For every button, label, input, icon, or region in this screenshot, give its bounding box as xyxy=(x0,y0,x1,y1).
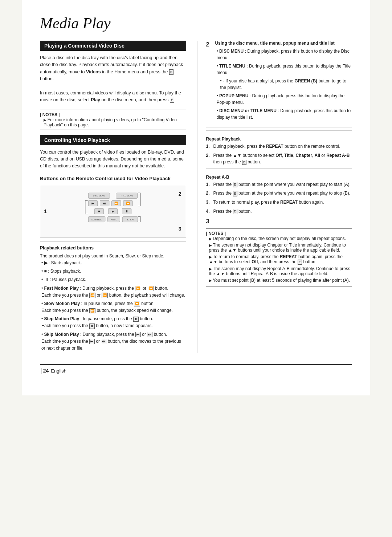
section-number-3: 3 xyxy=(206,218,209,224)
step-text: During playback, press the REPEAT button… xyxy=(213,143,340,150)
prev-icon2: ⏮ xyxy=(89,339,95,344)
step-num2: 2. xyxy=(206,152,211,166)
page: Media Play Playing a Commercial Video Di… xyxy=(22,0,370,395)
repeat-playback-list: 1. During playback, press the REPEAT but… xyxy=(206,143,352,166)
notes-list: For more information about playing video… xyxy=(40,117,186,127)
section1-body: Place a disc into the disc tray with the… xyxy=(40,54,186,104)
right-notes-list: Depending on the disc, the screen may no… xyxy=(206,236,352,283)
repeat-playback-title: Repeat Playback xyxy=(206,137,352,142)
repeat-ab-title: Repeat A-B xyxy=(206,175,352,180)
next-icon2: ⏭ xyxy=(101,339,106,344)
buttons-subsection-title: Buttons on the Remote Control used for V… xyxy=(40,176,186,181)
button-icon: E xyxy=(169,69,173,75)
disc-menu-item1: DISC MENU : During playback, press this … xyxy=(216,48,352,61)
ab-num3: 3. xyxy=(206,199,211,206)
svg-text:SUBTITLE: SUBTITLE xyxy=(91,218,102,220)
repeat-ab-list: 1. Press the E button at the point where… xyxy=(206,181,352,215)
playback-item-fast: Fast Motion Play : During playback, pres… xyxy=(41,285,186,299)
ab-num4: 4. xyxy=(206,208,211,215)
playback-section: Playback related buttons The product doe… xyxy=(40,241,186,352)
pause-icon-sm: ⏸ xyxy=(133,317,139,322)
notes-title: | NOTES | xyxy=(40,112,186,117)
ab-num1: 1. xyxy=(206,181,211,188)
playback-item-pause: ⏸ : Pauses playback. xyxy=(41,276,186,283)
ab-text4: Press the E button. xyxy=(213,208,252,215)
section2-para: You can control the playback of video fi… xyxy=(40,149,186,170)
section2-header: Controlling Video Playback xyxy=(40,135,186,145)
svg-text:HOME: HOME xyxy=(111,218,117,220)
note2: The screen may not display Chapter or Ti… xyxy=(209,243,352,253)
right-notes-title: | NOTES | xyxy=(206,231,352,236)
repeat-step1: 1. During playback, press the REPEAT but… xyxy=(206,143,352,150)
ab-num2: 2. xyxy=(206,190,211,197)
disc-menu-item2: TITLE MENU : During playback, press this… xyxy=(216,63,352,76)
right-column: 2 Using the disc menu, title menu, popup… xyxy=(197,41,352,353)
disc-menu-item4: POPUP MENU : During playback, press this… xyxy=(216,93,352,106)
disc-menu-item5: DISC MENU or TITLE MENU : During playbac… xyxy=(216,107,352,121)
playback-item-step: Step Motion Play : In pause mode, press … xyxy=(41,316,186,329)
section1-para1: Place a disc into the disc tray with the… xyxy=(40,54,186,83)
left-column: Playing a Commercial Video Disc Place a … xyxy=(40,41,186,353)
note1: Depending on the disc, the screen may no… xyxy=(209,236,352,241)
footer-number: 24 xyxy=(43,368,49,374)
section3-marker: 3 xyxy=(206,218,352,225)
svg-text:▶: ▶ xyxy=(112,209,114,213)
diagram-label-3: 3 xyxy=(179,226,181,232)
ff-icon3: ⏩ xyxy=(134,301,140,306)
page-title: Media Play xyxy=(40,15,352,32)
section1-para2: In most cases, commercial videos will di… xyxy=(40,90,186,104)
section1-notes: | NOTES | For more information about pla… xyxy=(40,110,186,130)
note5: You must set point (B) at least 5 second… xyxy=(209,278,352,283)
enter-icon2: E xyxy=(233,182,237,187)
ff-icon2: ⏩ xyxy=(102,293,108,298)
svg-text:⏮: ⏮ xyxy=(91,201,94,205)
svg-text:⏩: ⏩ xyxy=(126,201,130,205)
remote-diagram: 1 2 3 DISC MENU TITLE MENU ⏮ ⏭ ⏪ xyxy=(40,185,186,238)
playback-item-slow: Slow Motion Play : In pause mode, press … xyxy=(41,300,186,314)
enter-icon5: E xyxy=(298,260,302,265)
repeat-playback-section: Repeat Playback 1. During playback, pres… xyxy=(206,130,352,166)
playback-list: ▶ : Starts playback. ■ : Stops playback.… xyxy=(40,260,186,352)
disc-menu-item3: - If your disc has a playlist, press the… xyxy=(216,78,352,91)
svg-text:⏭: ⏭ xyxy=(103,201,106,205)
two-column-layout: Playing a Commercial Video Disc Place a … xyxy=(40,41,352,353)
playback-item-skip: Skip Motion Play : During playback, pres… xyxy=(41,331,186,352)
ab-text2: Press the E button at the point where yo… xyxy=(213,190,351,197)
diagram-label-1: 1 xyxy=(44,208,47,214)
right-col-inner: 2 Using the disc menu, title menu, popup… xyxy=(206,41,352,287)
footer-page-num: │ xyxy=(40,368,43,374)
prev-icon: ⏮ xyxy=(135,332,141,337)
section2-body: You can control the playback of video fi… xyxy=(40,149,186,170)
ab-step2: 2. Press the E button at the point where… xyxy=(206,190,352,197)
svg-text:■: ■ xyxy=(98,209,100,213)
section2-block: 2 Using the disc menu, title menu, popup… xyxy=(206,41,352,124)
enter-icon4: E xyxy=(233,209,237,214)
pause-icon-sm2: ⏸ xyxy=(89,324,95,329)
note4: The screen may not display Repeat A-B im… xyxy=(209,266,352,276)
section1-header: Playing a Commercial Video Disc xyxy=(40,41,186,51)
enter-icon: E xyxy=(242,160,246,165)
svg-text:⏪: ⏪ xyxy=(114,201,118,205)
playback-title: Playback related buttons xyxy=(40,245,186,251)
ab-step4: 4. Press the E button. xyxy=(206,208,352,215)
ab-step1: 1. Press the E button at the point where… xyxy=(206,181,352,188)
button-icon2: E xyxy=(170,98,174,103)
disc-menu-block: Using the disc menu, title menu, popup m… xyxy=(215,41,352,124)
section-number-2: 2 xyxy=(206,41,209,124)
next-icon: ⏭ xyxy=(147,332,152,337)
ff-icon4: ⏩ xyxy=(89,308,95,314)
svg-text:⏸: ⏸ xyxy=(125,209,128,213)
ab-text1: Press the E button at the point where yo… xyxy=(213,181,351,188)
divider1 xyxy=(206,127,352,127)
enter-icon3: E xyxy=(233,191,237,196)
step-num: 1. xyxy=(206,143,211,150)
footer-language: English xyxy=(51,368,66,374)
note3: To return to normal play, press the REPE… xyxy=(209,254,352,265)
disc-menu-list: DISC MENU : During playback, press this … xyxy=(215,48,352,121)
repeat-ab-section: Repeat A-B 1. Press the E button at the … xyxy=(206,168,352,215)
ab-text3: To return to normal play, press the REPE… xyxy=(213,199,324,206)
svg-text:REPEAT: REPEAT xyxy=(126,218,135,220)
playback-intro: The product does not play sound in Searc… xyxy=(40,253,186,260)
right-notes-box: | NOTES | Depending on the disc, the scr… xyxy=(206,228,352,287)
rewind-icon: ⏪ xyxy=(135,286,141,291)
